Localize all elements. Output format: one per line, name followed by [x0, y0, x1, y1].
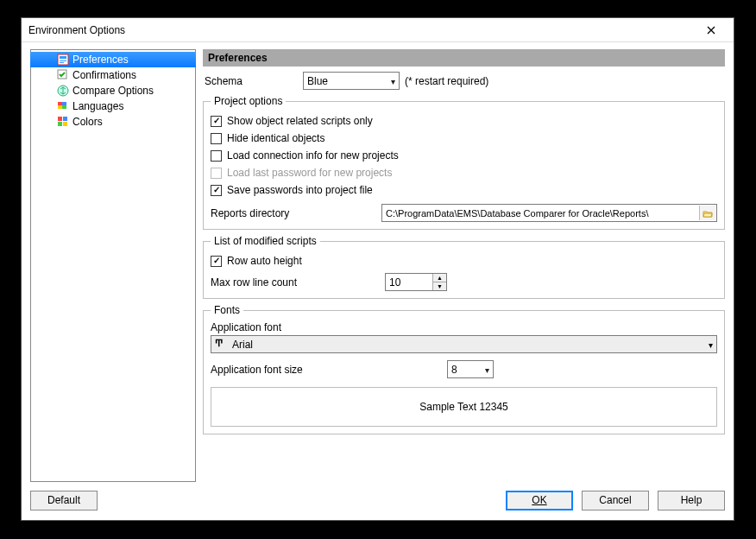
- svg-rect-3: [60, 62, 64, 63]
- max-row-line-count-label: Max row line count: [211, 276, 380, 289]
- sidebar-item-preferences[interactable]: Preferences: [31, 52, 195, 67]
- close-icon: [707, 26, 715, 35]
- checkbox-icon: [211, 168, 222, 179]
- svg-rect-7: [62, 102, 66, 105]
- app-font-label: Application font: [211, 321, 717, 333]
- svg-rect-10: [58, 117, 62, 121]
- sidebar-item-compare-options[interactable]: Compare Options: [31, 83, 195, 98]
- fonts-legend: Fonts: [211, 304, 243, 316]
- confirmations-icon: [57, 69, 69, 81]
- environment-options-dialog: Environment Options Preferences Confirma…: [21, 17, 734, 521]
- checkbox-label: Hide identical objects: [227, 132, 324, 144]
- max-row-line-count-spinner[interactable]: 10 ▲ ▼: [385, 273, 447, 291]
- app-font-size-label: Application font size: [211, 364, 442, 376]
- reports-dir-value: C:\ProgramData\EMS\Database Comparer for…: [386, 208, 648, 219]
- spinner-down-button[interactable]: ▼: [433, 282, 446, 290]
- titlebar[interactable]: Environment Options: [22, 18, 734, 42]
- checkbox-icon: [211, 133, 222, 144]
- svg-rect-8: [58, 105, 62, 109]
- checkbox-row-auto-height[interactable]: Row auto height: [211, 252, 717, 270]
- sample-text: Sample Text 12345: [419, 401, 508, 413]
- app-font-size-combo[interactable]: 8 ▾: [447, 360, 494, 378]
- app-font-combo[interactable]: Ͳ Arial ▾: [211, 335, 717, 353]
- default-button[interactable]: Default: [30, 491, 98, 510]
- checkbox-icon: [211, 256, 222, 267]
- schema-label: Schema: [205, 75, 298, 87]
- colors-icon: [57, 116, 69, 128]
- reports-dir-label: Reports directory: [211, 207, 376, 219]
- chevron-down-icon: ▾: [709, 339, 713, 349]
- checkbox-save-passwords[interactable]: Save passwords into project file: [211, 181, 717, 199]
- project-options-legend: Project options: [211, 95, 286, 107]
- checkbox-icon: [211, 185, 222, 196]
- schema-combo[interactable]: Blue ▾: [303, 72, 400, 90]
- ok-button[interactable]: OK: [506, 491, 573, 510]
- svg-rect-2: [60, 60, 66, 61]
- sidebar-item-languages[interactable]: Languages: [31, 98, 195, 114]
- modified-scripts-group: List of modified scripts Row auto height…: [203, 235, 725, 299]
- cancel-button[interactable]: Cancel: [582, 491, 649, 510]
- project-options-group: Project options Show object related scri…: [203, 95, 725, 230]
- browse-button[interactable]: [699, 206, 715, 220]
- svg-rect-11: [63, 117, 67, 121]
- schema-value: Blue: [307, 75, 328, 87]
- checkbox-label: Load last password for new projects: [227, 167, 392, 179]
- font-sample-box: Sample Text 12345: [211, 387, 717, 427]
- svg-rect-13: [63, 122, 67, 126]
- checkbox-icon: [211, 116, 222, 127]
- checkbox-label: Row auto height: [227, 255, 302, 267]
- compare-icon: [57, 85, 69, 97]
- checkbox-label: Load connection info for new projects: [227, 149, 399, 162]
- checkbox-icon: [211, 150, 222, 162]
- sidebar-item-label: Preferences: [72, 54, 129, 66]
- fonts-group: Fonts Application font Ͳ Arial ▾ Applica…: [203, 304, 725, 434]
- folder-open-icon: [702, 208, 713, 219]
- main-panel: Preferences Schema Blue ▾ (* restart req…: [203, 49, 725, 482]
- checkbox-load-connection-info[interactable]: Load connection info for new projects: [211, 147, 717, 164]
- checkbox-show-object-scripts[interactable]: Show object related scripts only: [211, 112, 717, 130]
- checkbox-load-last-password: Load last password for new projects: [211, 164, 717, 181]
- window-title: Environment Options: [28, 24, 694, 36]
- preferences-icon: [57, 54, 69, 66]
- checkbox-hide-identical[interactable]: Hide identical objects: [211, 130, 717, 147]
- app-font-value: Arial: [232, 339, 253, 351]
- font-glyph-icon: Ͳ: [215, 338, 227, 351]
- reports-dir-input[interactable]: C:\ProgramData\EMS\Database Comparer for…: [381, 204, 717, 222]
- checkbox-label: Show object related scripts only: [227, 115, 373, 127]
- spinner-up-button[interactable]: ▲: [433, 274, 446, 282]
- sidebar-item-label: Languages: [72, 100, 123, 112]
- svg-text:Ͳ: Ͳ: [215, 338, 223, 348]
- app-font-size-value: 8: [451, 364, 457, 376]
- sidebar-item-label: Colors: [72, 116, 103, 128]
- checkbox-label: Save passwords into project file: [227, 184, 373, 196]
- sidebar-item-colors[interactable]: Colors: [31, 114, 195, 130]
- sidebar-item-label: Confirmations: [72, 69, 136, 81]
- help-button[interactable]: Help: [658, 491, 725, 510]
- chevron-down-icon: ▾: [391, 76, 395, 86]
- svg-rect-9: [62, 105, 66, 109]
- spinner-value: 10: [389, 276, 400, 289]
- sidebar-tree: Preferences Confirmations Compare Option…: [30, 49, 196, 482]
- svg-rect-12: [58, 122, 62, 126]
- svg-rect-6: [58, 102, 62, 105]
- languages-icon: [57, 100, 69, 112]
- modified-scripts-legend: List of modified scripts: [211, 235, 320, 247]
- close-button[interactable]: [694, 21, 728, 40]
- sidebar-item-label: Compare Options: [72, 85, 154, 97]
- schema-hint: (* restart required): [405, 75, 488, 87]
- panel-header: Preferences: [203, 49, 725, 67]
- chevron-down-icon: ▾: [485, 365, 489, 374]
- svg-rect-0: [58, 54, 68, 65]
- dialog-footer: Default OK Cancel Help: [30, 489, 725, 511]
- sidebar-item-confirmations[interactable]: Confirmations: [31, 67, 195, 83]
- svg-rect-1: [60, 56, 66, 59]
